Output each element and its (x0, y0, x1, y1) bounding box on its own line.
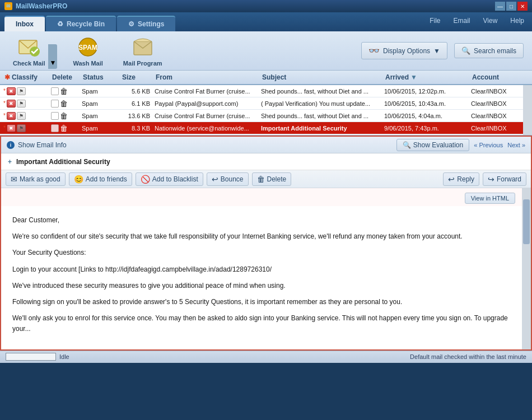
preview-area: i Show Email Info 🔍 Show Evaluation « Pr… (0, 136, 532, 351)
show-email-info-button[interactable]: i Show Email Info (7, 141, 67, 149)
checkbox-delete[interactable] (51, 87, 59, 95)
wash-mail-button[interactable]: SPAM Wash Mail (68, 33, 107, 69)
tab-inbox[interactable]: Inbox (4, 16, 45, 31)
spam-flag-button[interactable]: ✖ (7, 112, 16, 120)
tab-recycle[interactable]: ♻ Recycle Bin (46, 16, 116, 31)
add-to-blacklist-label: Add to Blacklist (152, 175, 198, 183)
subject-cell: ( Paypal Verification) You must update..… (260, 100, 383, 107)
checkbox-delete[interactable] (51, 124, 59, 132)
col-header-arrived[interactable]: Arrived ▼ (383, 73, 470, 81)
size-cell: 5.6 KB (120, 88, 153, 95)
checkbox-delete[interactable] (51, 100, 59, 108)
menu-view[interactable]: View (481, 16, 500, 26)
menu-help[interactable]: Help (508, 16, 526, 26)
flag-button[interactable]: ⚑ (17, 112, 26, 120)
delete-label: Delete (267, 175, 287, 183)
spam-flag-button[interactable]: ✖ (7, 124, 16, 132)
body-line-6: We'll only ask you to enrol for this ser… (12, 313, 517, 334)
check-mail-button[interactable]: Check Mail (8, 33, 49, 69)
email-list-scrollbar[interactable] (523, 85, 532, 135)
col-header-subject[interactable]: Subject (260, 73, 383, 81)
star-icon: * (3, 100, 6, 106)
show-evaluation-button[interactable]: 🔍 Show Evaluation (396, 139, 469, 151)
sort-icon: ▼ (410, 73, 417, 81)
account-cell: Clear/INBOX (470, 100, 530, 107)
minimize-button[interactable]: — (495, 2, 505, 11)
col-header-status[interactable]: Status (81, 73, 120, 81)
col-header-classify[interactable]: ✱ Classify (2, 73, 50, 81)
flag-button[interactable]: ⚑ (17, 87, 26, 95)
check-mail-dropdown[interactable]: ▼ (48, 44, 57, 69)
col-header-delete[interactable]: Delete (50, 73, 81, 81)
subject-cell: Shed pounds... fast, without Diet and ..… (260, 113, 383, 119)
maximize-button[interactable]: □ (506, 2, 516, 11)
preview-header: i Show Email Info 🔍 Show Evaluation « Pr… (1, 137, 531, 153)
status-cell: Spam (81, 88, 120, 95)
tab-settings[interactable]: ⚙ Settings (117, 16, 175, 31)
forward-button[interactable]: ↪ Forward (483, 172, 526, 186)
mail-program-label: Mail Program (123, 60, 162, 67)
delete-cell: 🗑 (50, 111, 81, 120)
status-input[interactable] (6, 353, 56, 361)
body-line-3: Login to your account [Links to http://i… (12, 264, 517, 275)
spam-flag-button[interactable]: ✖ (7, 100, 16, 108)
preview-scrollbar[interactable] (522, 188, 531, 349)
table-row[interactable]: * ✖ ⚑ 🗑 Spam 6.1 KB Paypal (Paypal@suppo… (0, 97, 532, 110)
add-to-friends-button[interactable]: 😊 Add to friends (69, 172, 132, 186)
table-row[interactable]: * ✖ ⚑ 🗑 Spam 5.6 KB Cruise Control Fat B… (0, 85, 532, 97)
col-header-from[interactable]: From (153, 73, 260, 81)
star-icon: * (3, 88, 6, 94)
trash-icon: 🗑 (60, 99, 68, 108)
view-html-button[interactable]: View in HTML (465, 193, 515, 204)
flag-button[interactable]: ⚑ (17, 124, 26, 132)
menu-email[interactable]: Email (451, 16, 473, 26)
mark-as-good-label: Mark as good (20, 175, 60, 183)
arrived-cell: 10/06/2015, 12:02p.m. (383, 88, 470, 95)
delete-button[interactable]: 🗑 Delete (252, 172, 292, 186)
action-bar-right: ↩ Reply ↪ Forward (443, 172, 526, 186)
spam-flag-button[interactable]: ✖ (7, 87, 16, 95)
tab-inbox-label: Inbox (16, 20, 34, 28)
expand-icon[interactable]: + (8, 158, 12, 166)
col-header-account[interactable]: Account (470, 73, 521, 81)
show-email-info-label: Show Email Info (18, 141, 67, 149)
email-list: * ✖ ⚑ 🗑 Spam 5.6 KB Cruise Control Fat B… (0, 85, 532, 136)
display-options-button[interactable]: 👓 Display Options ▼ (361, 42, 447, 59)
check-mail-group: Check Mail ▼ (8, 33, 57, 69)
preview-scrollbar-thumb[interactable] (523, 199, 530, 244)
delete-cell: 🗑 (50, 124, 81, 133)
search-emails-button[interactable]: 🔍 Search emails (454, 43, 524, 58)
wash-mail-icon: SPAM (77, 35, 99, 58)
status-cell: Spam (81, 100, 120, 107)
reply-label: Reply (457, 175, 474, 183)
account-cell: Clear/INBOX (470, 88, 530, 95)
col-header-size[interactable]: Size (120, 73, 153, 81)
checkbox-delete[interactable] (51, 112, 59, 120)
previous-button[interactable]: « Previous (474, 142, 503, 148)
next-button[interactable]: Next » (507, 142, 525, 148)
mail-program-icon (132, 35, 154, 58)
close-button[interactable]: ✕ (517, 2, 528, 11)
body-line-5: Following sign on you'll be asked to pro… (12, 297, 517, 307)
mark-as-good-button[interactable]: ✉ Mark as good (6, 172, 66, 186)
friends-icon: 😊 (74, 175, 83, 184)
add-to-blacklist-button[interactable]: 🚫 Add to Blacklist (136, 172, 203, 186)
tab-bar: Inbox ♻ Recycle Bin ⚙ Settings File Emai… (0, 12, 532, 31)
mail-program-button[interactable]: Mail Program (119, 33, 167, 69)
bounce-button[interactable]: ↩ Bounce (207, 172, 249, 186)
blacklist-icon: 🚫 (141, 175, 150, 184)
trash-icon: 🗑 (60, 111, 68, 120)
arrived-cell: 9/06/2015, 7:43p.m. (383, 125, 470, 132)
bounce-label: Bounce (221, 175, 244, 183)
table-row[interactable]: * ✖ ⚑ 🗑 Spam 13.6 KB Cruise Control Fat … (0, 110, 532, 122)
display-options-label: Display Options (383, 47, 430, 55)
email-subject-bar: + Important Additional Security (1, 153, 531, 170)
menu-file[interactable]: File (427, 16, 442, 26)
table-row[interactable]: * ✖ ⚑ 🗑 Spam 8.3 KB Nationwide (service@… (0, 122, 532, 134)
flag-button[interactable]: ⚑ (17, 100, 26, 108)
tab-recycle-label: Recycle Bin (67, 20, 105, 28)
reply-button[interactable]: ↩ Reply (443, 172, 479, 186)
bounce-icon: ↩ (212, 175, 218, 184)
from-cell: Nationwide (service@nationwide... (153, 125, 260, 132)
classify-cell: * ✖ ⚑ (2, 112, 50, 120)
